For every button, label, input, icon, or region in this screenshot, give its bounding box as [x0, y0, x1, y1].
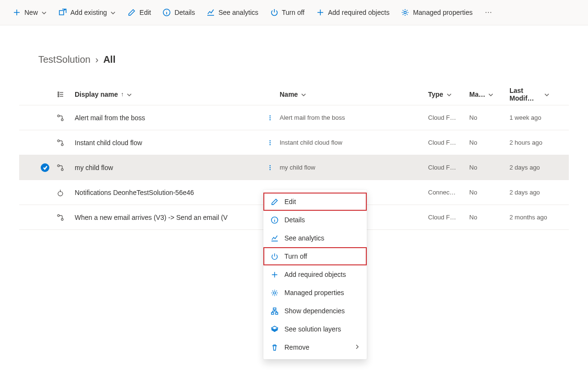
row-checkbox[interactable]	[41, 138, 49, 147]
chevron-down-icon	[446, 91, 452, 97]
header-display-name[interactable]: Display name ↑	[69, 91, 260, 98]
header-name-label: Name	[280, 91, 298, 98]
menu-item-label: See analytics	[284, 234, 324, 242]
row-display-name[interactable]: Notifications DeonheTestSolution-56e46	[69, 189, 260, 196]
row-checkbox[interactable]	[41, 213, 49, 222]
breadcrumb: TestSolution › All	[19, 54, 569, 65]
row-modified: 2 days ago	[509, 189, 550, 196]
row-managed: No	[469, 214, 509, 221]
trash-icon	[270, 343, 279, 352]
menu-item-see-analytics[interactable]: See analytics	[263, 229, 367, 247]
row-type: Cloud F…	[428, 164, 469, 171]
edit-button[interactable]: Edit	[124, 5, 155, 20]
row-modified: 2 hours ago	[509, 139, 550, 146]
managed-properties-label: Managed properties	[413, 9, 473, 16]
svg-rect-0	[59, 11, 64, 15]
more-icon	[484, 8, 493, 17]
row-checkbox[interactable]	[41, 188, 49, 197]
row-type: Cloud F…	[428, 114, 469, 121]
toolbar: New Add existing Edit Details See analyt…	[0, 0, 588, 25]
menu-item-label: Remove	[284, 343, 309, 351]
header-modified[interactable]: Last Modif…	[509, 87, 550, 102]
menu-item-label: Add required objects	[284, 271, 346, 278]
details-button[interactable]: Details	[158, 5, 199, 20]
row-name: Instant child cloud flow	[280, 139, 428, 146]
info-icon	[162, 8, 171, 17]
row-more-button[interactable]	[260, 139, 280, 146]
row-more-button[interactable]	[260, 164, 280, 171]
menu-item-add-required-objects[interactable]: Add required objects	[263, 265, 367, 284]
row-type-icon	[52, 139, 69, 147]
row-checkbox[interactable]	[41, 114, 49, 122]
analytics-icon	[206, 8, 215, 17]
menu-item-managed-properties[interactable]: Managed properties	[263, 284, 367, 302]
breadcrumb-sep: ›	[95, 54, 99, 65]
menu-item-label: See solution layers	[284, 325, 341, 333]
see-analytics-button[interactable]: See analytics	[203, 5, 262, 20]
row-display-name[interactable]: my child flow	[69, 164, 260, 171]
menu-item-label: Details	[284, 216, 305, 224]
svg-point-3	[486, 12, 486, 13]
layers-icon	[270, 325, 279, 333]
row-name: my child flow	[280, 164, 428, 171]
plus-icon	[12, 8, 21, 17]
menu-item-remove[interactable]: Remove	[263, 338, 367, 356]
add-required-button[interactable]: Add required objects	[312, 5, 393, 20]
menu-item-label: Turn off	[284, 252, 307, 260]
menu-item-label: Show dependencies	[284, 307, 345, 315]
header-name[interactable]: Name	[280, 91, 428, 98]
row-more-button[interactable]	[260, 114, 280, 121]
table-row[interactable]: my child flow my child flow Cloud F… No …	[19, 155, 569, 180]
row-managed: No	[469, 139, 509, 146]
table-header: Display name ↑ Name Type	[19, 83, 569, 105]
table-row[interactable]: Instant child cloud flow Instant child c…	[19, 130, 569, 155]
row-type-icon	[52, 164, 69, 171]
row-managed: No	[469, 114, 509, 121]
row-display-name[interactable]: Alert mail from the boss	[69, 114, 260, 122]
add-existing-icon	[58, 8, 67, 17]
header-typeicon[interactable]	[52, 91, 69, 98]
menu-item-edit[interactable]: Edit	[263, 193, 367, 211]
row-name: Alert mail from the boss	[280, 114, 428, 121]
menu-item-details[interactable]: Details	[263, 211, 367, 229]
row-managed: No	[469, 164, 509, 171]
row-type-icon	[52, 114, 69, 122]
row-type-icon	[52, 189, 69, 196]
turn-off-label: Turn off	[282, 9, 305, 16]
header-managed[interactable]: Ma…	[469, 91, 509, 98]
turn-off-button[interactable]: Turn off	[266, 5, 308, 20]
menu-item-show-dependencies[interactable]: Show dependencies	[263, 302, 367, 320]
header-modified-label: Last Modif…	[509, 87, 544, 102]
chevron-down-icon	[126, 91, 132, 97]
edit-icon	[270, 197, 279, 206]
more-button[interactable]	[480, 5, 497, 20]
breadcrumb-current: All	[103, 54, 116, 65]
header-type-label: Type	[428, 91, 443, 98]
analytics-icon	[270, 234, 279, 242]
new-button[interactable]: New	[9, 5, 51, 20]
svg-point-5	[490, 12, 491, 13]
see-analytics-label: See analytics	[218, 9, 258, 16]
chevron-down-icon	[41, 10, 47, 15]
breadcrumb-root[interactable]: TestSolution	[38, 54, 90, 65]
chevron-down-icon	[488, 91, 494, 97]
context-menu: Edit Details See analytics Turn off Add …	[263, 190, 367, 359]
menu-item-see-solution-layers[interactable]: See solution layers	[263, 320, 367, 338]
details-label: Details	[174, 9, 195, 16]
row-display-name[interactable]: Instant child cloud flow	[69, 139, 260, 147]
add-existing-button[interactable]: Add existing	[55, 5, 120, 20]
chevron-down-icon	[301, 91, 306, 97]
header-type[interactable]: Type	[428, 91, 469, 98]
row-display-name[interactable]: When a new email arrives (V3) -> Send an…	[69, 214, 260, 221]
row-modified: 1 week ago	[509, 114, 550, 121]
chevron-down-icon	[544, 91, 550, 97]
table-row[interactable]: Alert mail from the boss Alert mail from…	[19, 105, 569, 130]
svg-point-4	[488, 12, 489, 13]
row-checkbox[interactable]	[41, 163, 49, 172]
row-type: Connec…	[428, 189, 469, 196]
menu-item-label: Managed properties	[284, 289, 344, 297]
menu-item-turn-off[interactable]: Turn off	[263, 247, 367, 265]
info-icon	[270, 216, 279, 224]
power-icon	[270, 8, 279, 17]
managed-properties-button[interactable]: Managed properties	[397, 5, 476, 20]
